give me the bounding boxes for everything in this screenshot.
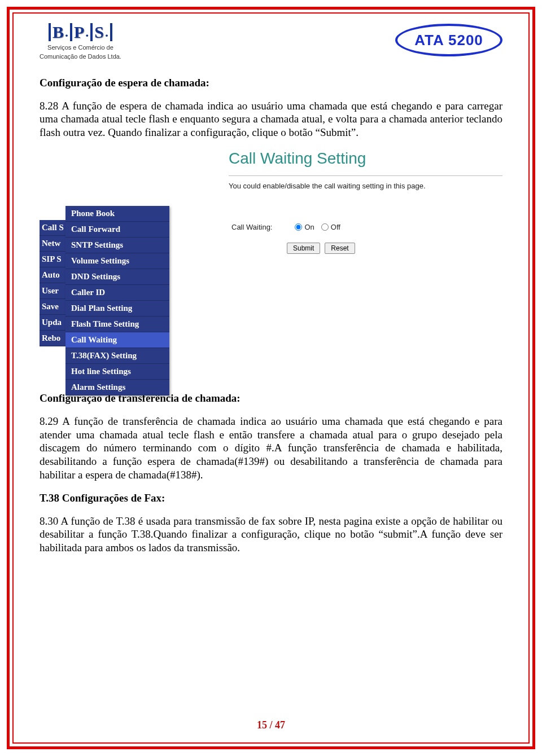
submit-button[interactable]: Submit [287, 243, 320, 254]
ata-badge: ATA 5200 [395, 24, 502, 56]
nav-item-call-forward[interactable]: Call Forward [65, 222, 169, 238]
section3-heading: T.38 Configurações de Fax: [40, 492, 502, 504]
page-number: 15 / 47 [17, 719, 525, 731]
radio-on-label[interactable]: On [295, 223, 314, 231]
header: B. P. S. Serviços e Comércio de Comunica… [40, 21, 502, 61]
ui-title: Call Waiting Setting [229, 150, 502, 168]
bps-sub-1: Serviços e Comércio de [40, 44, 121, 52]
nav-item-hotline[interactable]: Hot line Settings [65, 364, 169, 380]
reset-button[interactable]: Reset [325, 243, 355, 254]
ui-screenshot: Call Waiting Setting You could enable/di… [40, 150, 502, 375]
radio-group: On Off [295, 223, 340, 231]
radio-on-text: On [304, 223, 314, 231]
bps-logo: B. P. S. Serviços e Comércio de Comunica… [40, 21, 121, 61]
nav-item-flash-time[interactable]: Flash Time Setting [65, 317, 169, 332]
button-row: Submit Reset [287, 243, 355, 254]
ui-body: Call S Netw SIP S Auto User Save Upda Re… [40, 206, 502, 375]
bps-logo-mark: B. P. S. [40, 21, 121, 43]
form-row-call-waiting: Call Waiting: On Off [231, 223, 355, 231]
bps-sub-2: Comunicação de Dados Ltda. [40, 53, 121, 61]
ui-desc: You could enable/disable the call waitin… [229, 175, 502, 190]
nav-item-call-waiting[interactable]: Call Waiting [65, 332, 169, 348]
radio-off[interactable] [321, 223, 329, 231]
nav-item-t38[interactable]: T.38(FAX) Setting [65, 348, 169, 364]
nav-item-dnd[interactable]: DND Settings [65, 269, 169, 285]
section1-para: 8.28 A função de espera de chamada indic… [40, 99, 502, 139]
section3-para: 8.30 A função de T.38 é usada para trans… [40, 515, 502, 555]
nav-item-sntp[interactable]: SNTP Settings [65, 238, 169, 253]
radio-off-text: Off [331, 223, 340, 231]
ui-form: Call Waiting: On Off Submit Re [231, 206, 355, 254]
section1-heading: Configuração de espera de chamada: [40, 77, 502, 89]
nav-stack: Call S Netw SIP S Auto User Save Upda Re… [40, 206, 181, 375]
nav-item-caller-id[interactable]: Caller ID [65, 285, 169, 301]
nav-item-phone-book[interactable]: Phone Book [65, 206, 169, 222]
nav-item-volume[interactable]: Volume Settings [65, 253, 169, 269]
nav-item-dial-plan[interactable]: Dial Plan Setting [65, 301, 169, 317]
radio-off-label[interactable]: Off [321, 223, 340, 231]
nav-item-alarm[interactable]: Alarm Settings [65, 380, 169, 395]
page-content: B. P. S. Serviços e Comércio de Comunica… [17, 17, 525, 739]
section2-para: 8.29 A função de transferência de chamad… [40, 415, 502, 482]
radio-on[interactable] [295, 223, 302, 231]
call-waiting-label: Call Waiting: [231, 223, 272, 231]
nav-front-col: Phone Book Call Forward SNTP Settings Vo… [65, 206, 169, 395]
